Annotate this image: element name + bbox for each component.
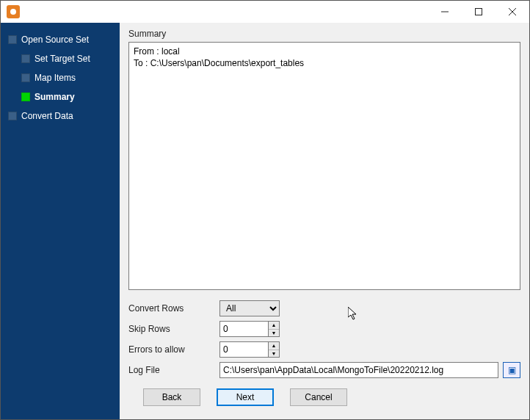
maximize-button[interactable] (462, 1, 495, 23)
minimize-icon (441, 8, 449, 15)
log-file-input[interactable] (219, 362, 498, 378)
wizard-step-2[interactable]: Map Items (21, 68, 120, 87)
close-icon (509, 8, 516, 15)
options-form: Convert Rows All Skip Rows ▲ ▼ Errors to… (128, 300, 520, 378)
convert-rows-label: Convert Rows (128, 303, 219, 314)
next-button[interactable]: Next (217, 388, 274, 406)
skip-rows-label: Skip Rows (128, 324, 219, 334)
step-bullet-icon (21, 93, 30, 101)
cancel-button[interactable]: Cancel (290, 388, 347, 406)
step-label: Convert Data (21, 111, 73, 121)
summary-textarea[interactable]: From : local To : C:\Users\pan\Documents… (128, 42, 520, 290)
wizard-step-1[interactable]: Set Target Set (21, 49, 120, 68)
section-title: Summary (128, 29, 520, 39)
minimize-button[interactable] (428, 1, 462, 23)
step-label: Summary (35, 92, 75, 102)
skip-rows-up[interactable]: ▲ (269, 322, 279, 330)
wizard-step-3[interactable]: Summary (21, 87, 120, 106)
wizard-step-4[interactable]: Convert Data (8, 106, 120, 126)
maximize-icon (475, 8, 482, 15)
step-label: Map Items (35, 73, 76, 83)
close-button[interactable] (495, 1, 529, 23)
browse-icon: ▣ (508, 365, 516, 375)
app-icon (7, 5, 20, 18)
step-bullet-icon (8, 112, 17, 120)
step-label: Open Source Set (21, 35, 89, 45)
errors-input[interactable] (219, 341, 268, 358)
errors-up[interactable]: ▲ (269, 342, 279, 350)
svg-rect-1 (476, 9, 482, 15)
log-file-browse-button[interactable]: ▣ (503, 362, 520, 378)
wizard-steps: Open Source SetSet Target SetMap ItemsSu… (1, 23, 120, 419)
step-bullet-icon (21, 73, 30, 82)
back-button[interactable]: Back (143, 388, 200, 406)
step-bullet-icon (21, 54, 30, 63)
errors-down[interactable]: ▼ (269, 350, 279, 358)
errors-label: Errors to allow (128, 344, 219, 355)
main-panel: Summary From : local To : C:\Users\pan\D… (120, 23, 529, 419)
step-bullet-icon (8, 35, 17, 44)
wizard-buttons: Back Next Cancel (128, 378, 520, 410)
log-file-label: Log File (128, 365, 219, 375)
skip-rows-input[interactable] (219, 321, 268, 337)
step-label: Set Target Set (35, 54, 90, 64)
wizard-step-0[interactable]: Open Source Set (8, 30, 120, 49)
titlebar (1, 1, 529, 23)
convert-rows-select[interactable]: All (219, 300, 280, 316)
skip-rows-down[interactable]: ▼ (269, 330, 279, 337)
